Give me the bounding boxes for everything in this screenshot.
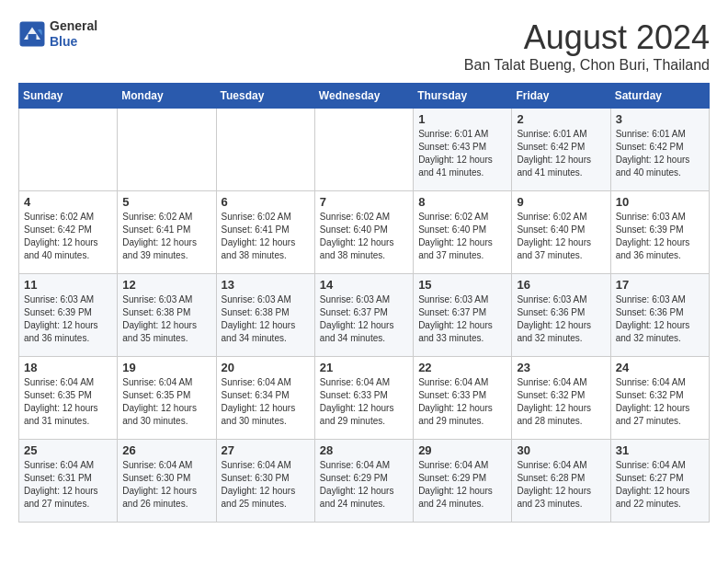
page-header: General Blue August 2024 Ban Talat Bueng… [18, 18, 710, 74]
day-number: 3 [616, 112, 704, 126]
calendar-cell: 17Sunrise: 6:03 AM Sunset: 6:36 PM Dayli… [610, 274, 709, 357]
logo-text: General Blue [50, 18, 97, 50]
calendar-cell: 14Sunrise: 6:03 AM Sunset: 6:37 PM Dayli… [314, 274, 413, 357]
calendar-cell: 10Sunrise: 6:03 AM Sunset: 6:39 PM Dayli… [610, 191, 709, 274]
day-number: 8 [418, 195, 506, 209]
day-info: Sunrise: 6:04 AM Sunset: 6:35 PM Dayligh… [24, 376, 112, 428]
calendar-cell: 30Sunrise: 6:04 AM Sunset: 6:28 PM Dayli… [512, 440, 610, 523]
day-info: Sunrise: 6:02 AM Sunset: 6:40 PM Dayligh… [320, 211, 408, 262]
calendar-header-row: SundayMondayTuesdayWednesdayThursdayFrid… [19, 84, 710, 109]
calendar-cell: 4Sunrise: 6:02 AM Sunset: 6:42 PM Daylig… [19, 191, 118, 274]
calendar-cell: 12Sunrise: 6:03 AM Sunset: 6:38 PM Dayli… [118, 274, 216, 357]
day-number: 19 [122, 361, 210, 374]
location-subtitle: Ban Talat Bueng, Chon Buri, Thailand [464, 57, 710, 74]
day-number: 29 [418, 443, 506, 457]
day-info: Sunrise: 6:02 AM Sunset: 6:40 PM Dayligh… [517, 211, 605, 262]
calendar-cell: 3Sunrise: 6:01 AM Sunset: 6:42 PM Daylig… [610, 109, 709, 191]
day-info: Sunrise: 6:04 AM Sunset: 6:29 PM Dayligh… [418, 459, 506, 511]
day-number: 1 [418, 112, 506, 126]
calendar-cell: 8Sunrise: 6:02 AM Sunset: 6:40 PM Daylig… [414, 191, 512, 274]
calendar-table: SundayMondayTuesdayWednesdayThursdayFrid… [18, 83, 710, 523]
day-number: 18 [24, 361, 112, 374]
day-number: 26 [122, 443, 210, 457]
calendar-week-3: 11Sunrise: 6:03 AM Sunset: 6:39 PM Dayli… [19, 274, 710, 357]
day-info: Sunrise: 6:04 AM Sunset: 6:34 PM Dayligh… [222, 376, 310, 428]
day-info: Sunrise: 6:03 AM Sunset: 6:39 PM Dayligh… [24, 293, 112, 345]
calendar-cell: 16Sunrise: 6:03 AM Sunset: 6:36 PM Dayli… [512, 274, 610, 357]
logo-blue: Blue [50, 34, 97, 50]
calendar-cell: 29Sunrise: 6:04 AM Sunset: 6:29 PM Dayli… [414, 440, 512, 523]
calendar-cell: 20Sunrise: 6:04 AM Sunset: 6:34 PM Dayli… [216, 357, 314, 440]
calendar-week-2: 4Sunrise: 6:02 AM Sunset: 6:42 PM Daylig… [19, 191, 710, 274]
day-info: Sunrise: 6:02 AM Sunset: 6:41 PM Dayligh… [222, 211, 310, 262]
calendar-cell [118, 109, 216, 191]
day-number: 12 [122, 278, 210, 292]
day-number: 7 [320, 195, 408, 209]
day-info: Sunrise: 6:02 AM Sunset: 6:41 PM Dayligh… [122, 211, 210, 262]
day-info: Sunrise: 6:04 AM Sunset: 6:33 PM Dayligh… [418, 376, 506, 428]
day-info: Sunrise: 6:01 AM Sunset: 6:42 PM Dayligh… [616, 128, 704, 179]
day-info: Sunrise: 6:04 AM Sunset: 6:28 PM Dayligh… [517, 459, 605, 511]
calendar-cell [216, 109, 314, 191]
day-info: Sunrise: 6:04 AM Sunset: 6:32 PM Dayligh… [517, 376, 605, 428]
day-number: 11 [24, 278, 112, 292]
calendar-cell: 22Sunrise: 6:04 AM Sunset: 6:33 PM Dayli… [414, 357, 512, 440]
calendar-cell: 24Sunrise: 6:04 AM Sunset: 6:32 PM Dayli… [610, 357, 709, 440]
day-number: 13 [222, 278, 310, 292]
day-number: 14 [320, 278, 408, 292]
day-info: Sunrise: 6:04 AM Sunset: 6:31 PM Dayligh… [24, 459, 112, 511]
day-number: 30 [517, 443, 605, 457]
day-number: 17 [616, 278, 704, 292]
day-number: 27 [222, 443, 310, 457]
day-number: 2 [517, 112, 605, 126]
calendar-cell: 6Sunrise: 6:02 AM Sunset: 6:41 PM Daylig… [216, 191, 314, 274]
day-number: 20 [222, 361, 310, 374]
calendar-cell: 2Sunrise: 6:01 AM Sunset: 6:42 PM Daylig… [512, 109, 610, 191]
calendar-cell: 21Sunrise: 6:04 AM Sunset: 6:33 PM Dayli… [314, 357, 413, 440]
col-header-wednesday: Wednesday [314, 84, 413, 109]
svg-rect-2 [28, 34, 37, 40]
day-info: Sunrise: 6:04 AM Sunset: 6:30 PM Dayligh… [122, 459, 210, 511]
calendar-cell [314, 109, 413, 191]
calendar-week-5: 25Sunrise: 6:04 AM Sunset: 6:31 PM Dayli… [19, 440, 710, 523]
calendar-cell: 5Sunrise: 6:02 AM Sunset: 6:41 PM Daylig… [118, 191, 216, 274]
day-info: Sunrise: 6:04 AM Sunset: 6:30 PM Dayligh… [222, 459, 310, 511]
calendar-cell: 7Sunrise: 6:02 AM Sunset: 6:40 PM Daylig… [314, 191, 413, 274]
calendar-cell: 31Sunrise: 6:04 AM Sunset: 6:27 PM Dayli… [610, 440, 709, 523]
day-number: 23 [517, 361, 605, 374]
day-number: 21 [320, 361, 408, 374]
day-number: 16 [517, 278, 605, 292]
day-info: Sunrise: 6:04 AM Sunset: 6:35 PM Dayligh… [122, 376, 210, 428]
day-info: Sunrise: 6:03 AM Sunset: 6:36 PM Dayligh… [616, 293, 704, 345]
logo: General Blue [18, 18, 97, 50]
calendar-cell: 18Sunrise: 6:04 AM Sunset: 6:35 PM Dayli… [19, 357, 118, 440]
calendar-cell: 23Sunrise: 6:04 AM Sunset: 6:32 PM Dayli… [512, 357, 610, 440]
day-number: 9 [517, 195, 605, 209]
calendar-week-1: 1Sunrise: 6:01 AM Sunset: 6:43 PM Daylig… [19, 109, 710, 191]
calendar-cell: 26Sunrise: 6:04 AM Sunset: 6:30 PM Dayli… [118, 440, 216, 523]
col-header-tuesday: Tuesday [216, 84, 314, 109]
calendar-week-4: 18Sunrise: 6:04 AM Sunset: 6:35 PM Dayli… [19, 357, 710, 440]
col-header-thursday: Thursday [414, 84, 512, 109]
calendar-cell: 9Sunrise: 6:02 AM Sunset: 6:40 PM Daylig… [512, 191, 610, 274]
day-info: Sunrise: 6:03 AM Sunset: 6:38 PM Dayligh… [122, 293, 210, 345]
col-header-saturday: Saturday [610, 84, 709, 109]
day-number: 4 [24, 195, 112, 209]
day-info: Sunrise: 6:04 AM Sunset: 6:32 PM Dayligh… [616, 376, 704, 428]
calendar-cell: 11Sunrise: 6:03 AM Sunset: 6:39 PM Dayli… [19, 274, 118, 357]
day-info: Sunrise: 6:03 AM Sunset: 6:39 PM Dayligh… [616, 211, 704, 262]
day-number: 24 [616, 361, 704, 374]
day-number: 25 [24, 443, 112, 457]
day-info: Sunrise: 6:03 AM Sunset: 6:36 PM Dayligh… [517, 293, 605, 345]
calendar-cell: 25Sunrise: 6:04 AM Sunset: 6:31 PM Dayli… [19, 440, 118, 523]
day-info: Sunrise: 6:04 AM Sunset: 6:29 PM Dayligh… [320, 459, 408, 511]
day-number: 31 [616, 443, 704, 457]
logo-icon [18, 20, 46, 48]
day-info: Sunrise: 6:01 AM Sunset: 6:42 PM Dayligh… [517, 128, 605, 179]
title-block: August 2024 Ban Talat Bueng, Chon Buri, … [464, 18, 710, 74]
calendar-cell: 15Sunrise: 6:03 AM Sunset: 6:37 PM Dayli… [414, 274, 512, 357]
col-header-monday: Monday [118, 84, 216, 109]
logo-general: General [50, 18, 97, 34]
day-info: Sunrise: 6:03 AM Sunset: 6:38 PM Dayligh… [222, 293, 310, 345]
day-info: Sunrise: 6:03 AM Sunset: 6:37 PM Dayligh… [320, 293, 408, 345]
